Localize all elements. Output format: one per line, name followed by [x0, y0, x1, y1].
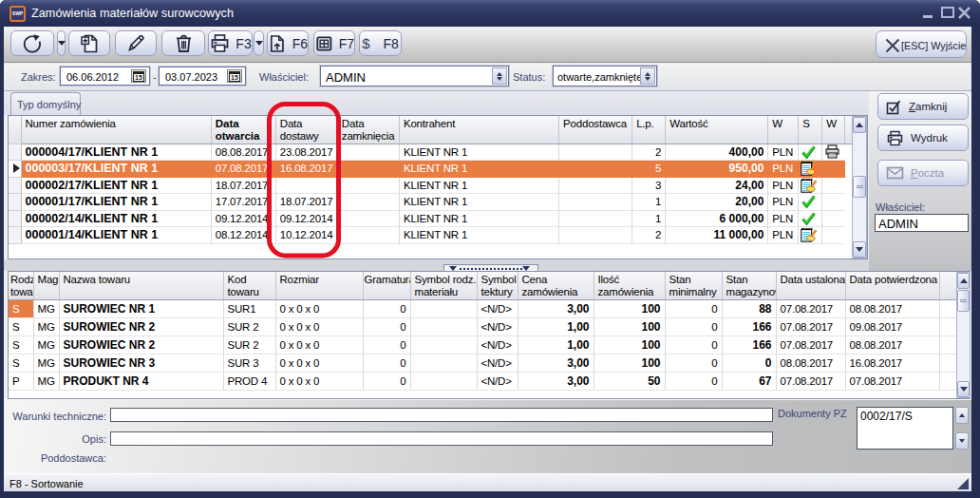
svg-text:15: 15 [231, 74, 238, 81]
svg-text:15: 15 [135, 74, 142, 81]
